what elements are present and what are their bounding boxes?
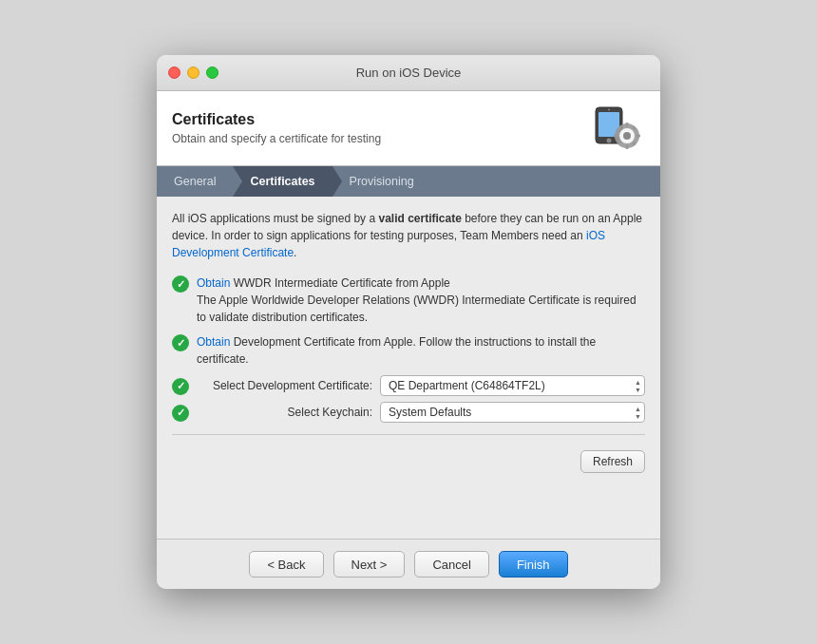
dev-cert-select-wrapper: QE Department (C64864TF2L) ▲ ▼ — [380, 375, 645, 396]
keychain-select[interactable]: System Defaults — [380, 402, 645, 423]
divider — [172, 434, 645, 435]
header-section: Certificates Obtain and specify a certif… — [157, 91, 660, 166]
wwdr-subtext: The Apple Worldwide Developer Relations … — [197, 294, 636, 324]
obtain-wwdr-link[interactable]: Obtain — [197, 276, 230, 290]
header-title: Certificates — [172, 111, 381, 128]
svg-rect-7 — [625, 123, 628, 126]
header-subtitle: Obtain and specify a certificate for tes… — [172, 132, 381, 145]
minimize-button[interactable] — [187, 66, 200, 79]
refresh-row: Refresh — [172, 446, 645, 477]
svg-point-2 — [606, 139, 611, 143]
tab-provisioning[interactable]: Provisioning — [332, 166, 431, 197]
svg-rect-10 — [636, 135, 640, 138]
refresh-button[interactable]: Refresh — [580, 450, 645, 473]
svg-point-6 — [623, 132, 631, 140]
finish-button[interactable]: Finish — [499, 551, 568, 578]
dev-cert-check-icon — [172, 334, 189, 351]
svg-rect-8 — [625, 145, 628, 149]
close-button[interactable] — [168, 66, 180, 79]
svg-rect-9 — [614, 135, 618, 138]
dev-cert-form-check-icon — [172, 378, 189, 395]
tab-general[interactable]: General — [157, 166, 233, 197]
wwdr-item: Obtain WWDR Intermediate Certificate fro… — [172, 275, 645, 326]
footer: < Back Next > Cancel Finish — [157, 539, 660, 589]
keychain-row: Select Keychain: System Defaults ▲ ▼ — [172, 402, 645, 423]
device-icon — [588, 104, 645, 152]
intro-text: All iOS applications must be signed by a… — [172, 210, 645, 261]
tabs-bar: General Certificates Provisioning — [157, 166, 660, 197]
header-text: Certificates Obtain and specify a certif… — [172, 111, 381, 145]
main-window: Run on iOS Device Certificates Obtain an… — [157, 55, 660, 589]
dev-cert-row: Select Development Certificate: QE Depar… — [172, 375, 645, 396]
dev-cert-select[interactable]: QE Department (C64864TF2L) — [380, 375, 645, 396]
dev-cert-item: Obtain Development Certificate from Appl… — [172, 333, 645, 368]
keychain-label: Select Keychain: — [197, 406, 372, 419]
ios-dev-cert-link[interactable]: iOS Development Certificate — [172, 229, 605, 259]
dev-cert-label: Select Development Certificate: — [197, 379, 372, 392]
tab-certificates[interactable]: Certificates — [233, 166, 332, 197]
keychain-check-icon — [172, 405, 189, 422]
obtain-dev-cert-link[interactable]: Obtain — [197, 335, 230, 349]
back-button[interactable]: < Back — [249, 551, 323, 578]
content-area: All iOS applications must be signed by a… — [157, 197, 660, 539]
dev-cert-text: Obtain Development Certificate from Appl… — [197, 333, 645, 368]
svg-point-3 — [608, 109, 610, 111]
window-title: Run on iOS Device — [356, 66, 462, 80]
titlebar: Run on iOS Device — [157, 55, 660, 91]
next-button[interactable]: Next > — [333, 551, 406, 578]
maximize-button[interactable] — [206, 66, 218, 79]
keychain-select-wrapper: System Defaults ▲ ▼ — [380, 402, 645, 423]
cancel-button[interactable]: Cancel — [414, 551, 488, 578]
wwdr-text: Obtain WWDR Intermediate Certificate fro… — [197, 275, 645, 326]
wwdr-check-icon — [172, 275, 189, 293]
ios-device-svg — [591, 105, 643, 151]
traffic-lights — [168, 66, 218, 79]
